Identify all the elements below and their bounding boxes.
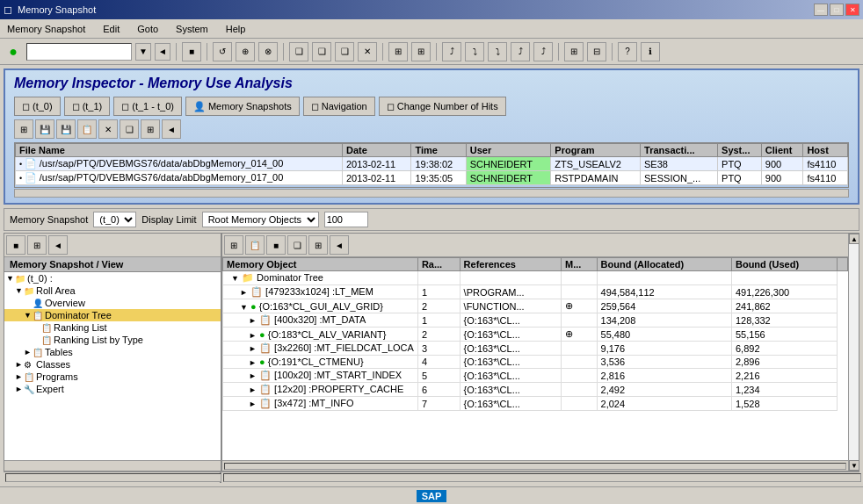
tree-item-roll-area[interactable]: ▼ 📁 Roll Area (4, 284, 221, 297)
right-btn-3[interactable]: ■ (266, 235, 286, 255)
tree-item-expert[interactable]: ► 🔧 Expert (4, 383, 221, 395)
print3-button[interactable]: ❑ (335, 42, 354, 61)
tree-arrow-dominator[interactable]: ▼ (24, 311, 33, 320)
data-row-4[interactable]: ► ● {O:183*CL_ALV_VARIANT} 2 {O:163*\CL.… (223, 328, 848, 342)
row2-expand[interactable]: ▼ (240, 303, 248, 312)
tree-item-t0[interactable]: ▼ 📁 (t_0) : (4, 272, 221, 284)
tree-arrow-roll[interactable]: ▼ (15, 286, 24, 295)
save-button[interactable]: ■ (182, 42, 201, 61)
left-scrollbar[interactable] (4, 460, 221, 471)
data-row-3[interactable]: ► 📋 [400x320] :MT_DATA 1 {O:163*\CL... 1… (223, 313, 848, 328)
remove-button[interactable]: ⊗ (258, 42, 278, 61)
tree-arrow-tables[interactable]: ► (24, 348, 33, 356)
tree-item-dominator[interactable]: ▼ 📋 Dominator Tree (4, 309, 221, 321)
sec-btn-3[interactable]: 💾 (56, 119, 76, 139)
print2-button[interactable]: ❑ (312, 42, 331, 61)
command-input[interactable] (26, 43, 132, 61)
tab-t0[interactable]: ◻ (t_0) (14, 97, 61, 116)
data-row-0[interactable]: ▼ 📁 Dominator Tree (223, 271, 848, 285)
row7-expand[interactable]: ► (249, 371, 257, 380)
file-table-scrollbar[interactable] (14, 189, 849, 198)
grid-button[interactable]: ⊞ (388, 42, 408, 61)
right-btn-5[interactable]: ⊞ (308, 235, 328, 255)
data-row-1[interactable]: ► 📋 [479233x1024] :LT_MEM 1 \PROGRAM... … (223, 285, 848, 299)
right-btn-4[interactable]: ❑ (287, 235, 307, 255)
data-row-8[interactable]: ► 📋 [12x20] :PROPERTY_CACHE 6 {O:163*\CL… (223, 383, 848, 397)
left-btn-3[interactable]: ◄ (48, 235, 68, 255)
sec-btn-1[interactable]: ⊞ (14, 119, 33, 139)
refresh-button[interactable]: ↺ (213, 42, 232, 61)
download2-button[interactable]: ⤵ (488, 42, 507, 61)
tab-change-hits[interactable]: ◻ Change Number of Hits (379, 97, 506, 116)
help-button[interactable]: ? (618, 42, 637, 61)
right-h-scroll-outer[interactable] (221, 472, 859, 483)
row3-expand[interactable]: ► (249, 316, 257, 325)
minimize-button[interactable]: — (814, 4, 828, 16)
snapshot-select[interactable]: (t_0) (93, 212, 136, 227)
file-row-1[interactable]: • 📄 /usr/sap/PTQ/DVEBMGS76/data/abDbgMem… (16, 171, 848, 185)
tree-arrow-programs[interactable]: ► (15, 372, 24, 381)
tree-arrow-expert[interactable]: ► (15, 385, 24, 393)
left-btn-1[interactable]: ■ (6, 235, 25, 255)
sec-btn-6[interactable]: ❑ (120, 119, 139, 139)
right-btn-1[interactable]: ⊞ (224, 235, 243, 255)
row1-expand[interactable]: ► (240, 288, 248, 297)
delete-button[interactable]: ✕ (358, 42, 377, 61)
row5-expand[interactable]: ► (249, 344, 257, 353)
file-row-0[interactable]: • 📄 /usr/sap/PTQ/DVEBMGS76/data/abDbgMem… (16, 157, 848, 171)
tab-t1[interactable]: ◻ (t_1) (64, 97, 111, 116)
back-button[interactable]: ◄ (155, 43, 170, 61)
row8-expand[interactable]: ► (249, 385, 257, 394)
sec-btn-4[interactable]: 📋 (77, 119, 97, 139)
expand-button[interactable]: ⊞ (564, 42, 584, 61)
tab-memory-snapshots[interactable]: 👤 Memory Snapshots (185, 97, 300, 116)
tree-arrow-classes[interactable]: ► (15, 360, 24, 369)
upload-button[interactable]: ⤴ (442, 42, 461, 61)
right-btn-2[interactable]: 📋 (245, 235, 265, 255)
right-v-scrollbar[interactable]: ▲ ▼ (848, 234, 859, 471)
menu-system[interactable]: System (172, 23, 212, 35)
maximize-button[interactable]: □ (830, 4, 844, 16)
display-limit-select[interactable]: Root Memory Objects (202, 212, 319, 227)
print-button[interactable]: ❑ (289, 42, 308, 61)
sec-btn-2[interactable]: 💾 (35, 119, 54, 139)
dropdown-arrow[interactable]: ▼ (135, 43, 151, 61)
right-h-scrollbar[interactable] (222, 460, 848, 471)
tab-navigation[interactable]: ◻ Navigation (303, 97, 375, 116)
data-row-7[interactable]: ► 📋 [100x20] :MT_START_INDEX 5 {O:163*\C… (223, 369, 848, 383)
data-row-9[interactable]: ► 📋 [3x472] :MT_INFO 7 {O:163*\CL... 2,0… (223, 397, 848, 411)
upload3-button[interactable]: ⤴ (533, 42, 553, 61)
tree-item-overview[interactable]: 👤 Overview (4, 297, 221, 309)
add-button[interactable]: ⊕ (236, 42, 255, 61)
tree-item-tables[interactable]: ► 📋 Tables (4, 346, 221, 358)
menu-goto[interactable]: Goto (134, 23, 162, 35)
download-button[interactable]: ⤵ (465, 42, 484, 61)
collapse-button[interactable]: ⊟ (587, 42, 606, 61)
sec-btn-5[interactable]: ✕ (98, 119, 118, 139)
close-button[interactable]: ✕ (845, 4, 859, 16)
tree-item-programs[interactable]: ► 📋 Programs (4, 371, 221, 383)
menu-memory-snapshot[interactable]: Memory Snapshot (4, 23, 89, 35)
sec-btn-7[interactable]: ⊞ (141, 119, 160, 139)
left-h-scrollbar[interactable] (4, 472, 221, 483)
row0-expand[interactable]: ▼ (231, 274, 239, 283)
grid2-button[interactable]: ⊞ (411, 42, 431, 61)
menu-help[interactable]: Help (222, 23, 250, 35)
tree-arrow-t0[interactable]: ▼ (6, 274, 15, 283)
row6-expand[interactable]: ► (249, 358, 257, 367)
tree-item-classes[interactable]: ► ⚙ Classes (4, 358, 221, 371)
tree-item-ranking-type[interactable]: 📋 Ranking List by Type (4, 334, 221, 346)
display-limit-input[interactable] (324, 212, 368, 227)
data-row-2[interactable]: ▼ ● {O:163*CL_GUI_ALV_GRID} 2 \FUNCTION.… (223, 299, 848, 313)
menu-edit[interactable]: Edit (99, 23, 123, 35)
sec-btn-8[interactable]: ◄ (162, 119, 181, 139)
info-button[interactable]: ℹ (641, 42, 660, 61)
green-circle-button[interactable]: ● (4, 42, 23, 61)
tab-t1-t0[interactable]: ◻ (t_1 - t_0) (113, 97, 182, 116)
upload2-button[interactable]: ⤴ (511, 42, 530, 61)
row9-expand[interactable]: ► (249, 400, 257, 408)
data-row-6[interactable]: ► ● {O:191*CL_CTMENU} 4 {O:163*\CL... 3,… (223, 356, 848, 369)
data-row-5[interactable]: ► 📋 [3x2260] :MT_FIELDCAT_LOCA 3 {O:163*… (223, 342, 848, 356)
left-btn-2[interactable]: ⊞ (27, 235, 47, 255)
right-btn-6[interactable]: ◄ (330, 235, 349, 255)
